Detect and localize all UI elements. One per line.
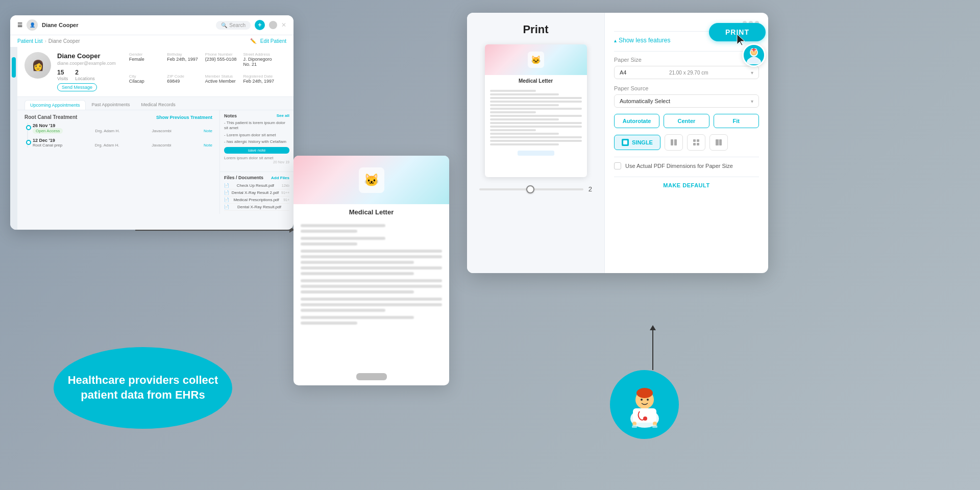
slider-thumb[interactable] — [526, 185, 534, 193]
send-message-button[interactable]: Send Message — [57, 83, 97, 91]
letter-para-1 — [301, 224, 442, 233]
letter-para-5 — [301, 298, 442, 312]
tab-past[interactable]: Past Appointments — [87, 100, 135, 110]
paper-source-chevron: ▾ — [751, 99, 753, 104]
single-layout-icon — [622, 139, 629, 146]
appointment-item-2: 12 Dec '19 Root Canal prep Drg. Adam H. … — [33, 138, 212, 148]
ehr-content: 👩 Diane Cooper diane.cooper@example.com … — [10, 47, 293, 230]
use-actual-pdf-label: Use Actual PDF Dimensions for Paper Size — [625, 163, 733, 169]
patient-info-section: 👩 Diane Cooper diane.cooper@example.com … — [17, 47, 293, 97]
medical-letter-card: 🐱 Medical Letter — [293, 156, 449, 385]
right-panels: Notes See all - This patient is lorem ip… — [219, 110, 293, 214]
layout-book-button[interactable] — [709, 134, 728, 151]
print-dialog: Print 🐱 Medical Letter — [467, 13, 768, 273]
zip-field: ZIP Code 69849 — [167, 74, 203, 89]
preview-doc-title: Medical Letter — [485, 75, 587, 87]
svg-rect-0 — [623, 140, 627, 144]
breadcrumb-current: Diane Cooper — [48, 38, 80, 44]
note-item-2: - Lorem ipsum dolor sit amet — [224, 133, 289, 138]
file-item-1: 📄 Check Up Result.pdf 12kb — [224, 182, 289, 189]
breadcrumb: Patient List › Diane Cooper ✏️ Edit Pati… — [10, 35, 293, 47]
paper-size-dimensions: 21.00 x 29.70 cm — [669, 70, 708, 76]
save-note-button[interactable]: save note — [224, 147, 289, 154]
breadcrumb-patient-list[interactable]: Patient List — [17, 38, 42, 44]
breadcrumb-separator: › — [44, 38, 46, 44]
letter-para-2 — [301, 237, 442, 246]
zoom-slider[interactable] — [479, 188, 583, 190]
svg-point-25 — [643, 416, 647, 421]
svg-rect-7 — [716, 139, 718, 145]
divider-3 — [614, 177, 759, 177]
ehr-patient-card: ☰ 👤 Diane Cooper 🔍 Search + ✕ Patient Li… — [10, 15, 293, 230]
ehr-topbar: ☰ 👤 Diane Cooper 🔍 Search + ✕ — [10, 15, 293, 35]
svg-point-21 — [636, 388, 653, 398]
connection-arrow-up — [650, 325, 656, 330]
patient-full-name: Diane Cooper — [57, 52, 116, 60]
make-default-button[interactable]: MAKE DEFAULT — [614, 182, 759, 188]
doctor-icon-circle — [610, 370, 679, 439]
files-panel: Files / Documents Add Files 📄 Check Up R… — [220, 172, 293, 214]
file-item-3: 📄 Medical Prescriptions.pdf 91+ — [224, 197, 289, 204]
appointments-section: Root Canal Treatment Show Previous Treat… — [17, 110, 219, 156]
autorotate-button[interactable]: Autorotate — [614, 114, 659, 128]
svg-rect-4 — [697, 139, 699, 142]
city-field: City Cilacap — [129, 74, 165, 89]
letter-para-6 — [301, 316, 442, 325]
use-actual-pdf-checkbox[interactable] — [614, 162, 621, 169]
svg-rect-8 — [719, 139, 722, 145]
note-text: Lorem ipsum dolor sit amet — [224, 156, 289, 160]
paper-size-value: A4 — [620, 69, 626, 76]
ehr-topbar-right: 🔍 Search + ✕ — [216, 20, 286, 30]
svg-rect-2 — [674, 139, 677, 145]
appointments-timeline: 26 Nov '19 Open Access Drg. Adam H. Java… — [24, 123, 212, 148]
ehr-topbar-left: ☰ 👤 Diane Cooper — [17, 19, 79, 31]
svg-rect-6 — [697, 143, 699, 145]
layout-buttons-row: SINGLE — [614, 134, 759, 151]
paper-size-label: Paper Size — [614, 57, 759, 63]
edit-patient-icon: ✏️ — [250, 38, 256, 44]
tab-medical-records[interactable]: Medical Records — [136, 100, 181, 110]
search-icon: 🔍 — [221, 22, 227, 28]
notification-button[interactable] — [269, 21, 277, 29]
center-button[interactable]: Center — [664, 114, 709, 128]
search-bar[interactable]: 🔍 Search — [216, 21, 251, 30]
action-buttons-row: Autorotate Center Fit — [614, 114, 759, 128]
letter-body — [293, 220, 449, 333]
paper-size-select[interactable]: A4 21.00 x 29.70 cm ▾ — [614, 66, 759, 79]
paper-source-select[interactable]: Automatically Select ▾ — [614, 94, 759, 108]
search-placeholder: Search — [229, 22, 246, 28]
appointment-item-1: 26 Nov '19 Open Access Drg. Adam H. Java… — [33, 123, 212, 134]
svg-rect-5 — [693, 143, 696, 145]
svg-point-22 — [641, 399, 643, 401]
edit-patient-btn[interactable]: Edit Patient — [260, 38, 286, 44]
notes-see-all[interactable]: See all — [277, 113, 289, 118]
divider-1 — [614, 51, 759, 52]
fit-button[interactable]: Fit — [714, 114, 759, 128]
cta-blob: Healthcare providers collect patient dat… — [54, 347, 232, 429]
letter-header: 🐱 — [293, 156, 449, 204]
svg-rect-3 — [693, 139, 696, 142]
close-icon[interactable]: ✕ — [281, 21, 286, 29]
letter-footer-btn — [356, 373, 387, 380]
add-files-button[interactable]: Add Files — [271, 175, 289, 180]
file-item-2: 📄 Dental X-Ray Result 2.pdf 91++ — [224, 189, 289, 197]
phone-field: Phone Number (239) 555-0108 — [205, 52, 241, 72]
note-item-1: - This patient is lorem ipsum dolor sit … — [224, 120, 289, 131]
single-layout-button[interactable]: SINGLE — [614, 135, 660, 150]
add-button[interactable]: + — [255, 20, 265, 30]
preview-logo: 🐱 — [528, 52, 544, 68]
connection-line-ehr — [135, 230, 293, 231]
use-actual-pdf-row: Use Actual PDF Dimensions for Paper Size — [614, 162, 759, 169]
connection-line-vertical — [652, 329, 653, 370]
paper-source-label: Paper Source — [614, 85, 759, 91]
layout-4up-button[interactable] — [687, 134, 705, 151]
locations-stat: 2 Locations — [75, 69, 95, 81]
print-slider-row: 2 — [474, 185, 597, 193]
patient-name-topbar: Diane Cooper — [42, 22, 79, 28]
preview-footer-btn — [518, 151, 554, 156]
chevron-up-icon: ▴ — [614, 38, 617, 43]
layout-2up-button[interactable] — [665, 134, 683, 151]
page-number: 2 — [589, 185, 592, 193]
tab-upcoming[interactable]: Upcoming Appointments — [24, 100, 86, 110]
sidebar-active-indicator — [12, 57, 16, 78]
